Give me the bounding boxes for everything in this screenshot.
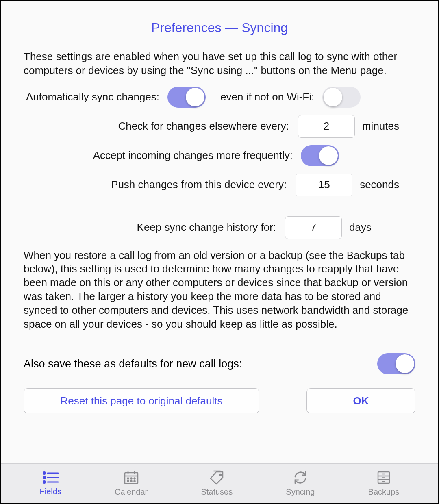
svg-point-0 [43,472,46,474]
svg-point-16 [220,474,221,476]
auto-sync-row: Automatically sync changes: even if not … [24,87,415,108]
keep-history-label: Keep sync change history for: [137,221,276,234]
tab-backups[interactable]: Backups [368,470,400,497]
divider [24,206,415,206]
tab-label: Fields [40,487,61,496]
svg-point-11 [130,478,132,479]
push-every-row: Push changes from this device every: sec… [24,174,415,196]
save-defaults-label: Also save these as defaults for new call… [24,358,242,370]
tab-syncing[interactable]: Syncing [286,470,315,497]
history-description: When you restore a call log from an old … [24,249,415,331]
save-defaults-toggle[interactable] [377,353,415,374]
check-every-input[interactable] [298,115,355,138]
push-every-unit: seconds [360,178,399,191]
accept-freq-row: Accept incoming changes more frequently: [24,145,415,166]
save-defaults-row: Also save these as defaults for new call… [24,353,415,374]
preferences-panel: Preferences — Syncing These settings are… [1,1,438,463]
tab-label: Calendar [115,487,148,497]
tab-statuses[interactable]: Statuses [201,470,233,497]
archive-icon [376,470,391,485]
page-title: Preferences — Syncing [24,20,415,35]
keep-history-row: Keep sync change history for: days [24,216,415,239]
tab-bar: Fields Calendar Statuses [1,463,438,503]
check-every-row: Check for changes elsewhere every: minut… [24,115,415,138]
tags-icon [208,470,225,485]
auto-sync-label: Automatically sync changes: [26,91,159,103]
keep-history-unit: days [349,221,372,234]
auto-sync-toggle[interactable] [167,87,206,108]
tab-label: Statuses [201,487,233,497]
svg-point-13 [127,481,128,482]
keep-history-input[interactable] [285,216,342,239]
tab-fields[interactable]: Fields [40,471,61,496]
ok-button[interactable]: OK [306,388,415,413]
intro-text: These settings are enabled when you have… [24,50,415,78]
calendar-icon [124,470,139,485]
svg-point-10 [127,478,128,479]
sync-icon [293,470,308,485]
tab-label: Backups [368,487,400,497]
reset-button[interactable]: Reset this page to original defaults [24,388,259,413]
divider [24,341,415,341]
svg-point-2 [43,477,46,479]
push-every-label: Push changes from this device every: [111,178,287,191]
svg-point-12 [134,478,135,479]
accept-freq-toggle[interactable] [301,145,339,166]
svg-point-4 [43,481,46,483]
accept-freq-label: Accept incoming changes more frequently: [93,149,293,162]
wifi-toggle[interactable] [322,87,361,108]
tab-calendar[interactable]: Calendar [115,470,148,497]
check-every-unit: minutes [362,120,399,133]
svg-point-15 [134,481,135,482]
fields-list-icon [42,471,59,484]
wifi-label: even if not on Wi-Fi: [220,91,314,103]
push-every-input[interactable] [296,174,352,196]
svg-point-14 [130,481,132,482]
button-row: Reset this page to original defaults OK [24,388,415,413]
tab-label: Syncing [286,487,315,497]
check-every-label: Check for changes elsewhere every: [118,120,289,133]
